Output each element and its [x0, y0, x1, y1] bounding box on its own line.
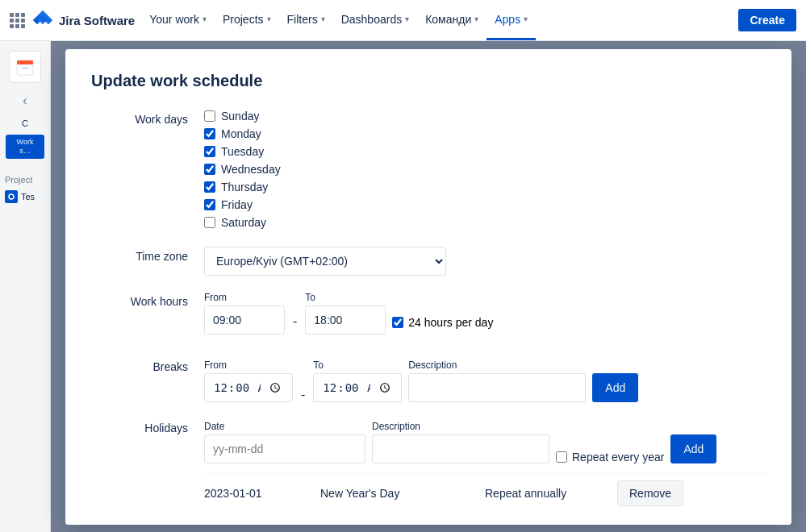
dialog-title: Update work schedule — [91, 72, 766, 90]
add-break-button[interactable]: Add — [592, 373, 638, 402]
topnav-logo[interactable]: Jira Software — [31, 9, 135, 31]
nav-apps[interactable]: Apps ▾ — [487, 0, 536, 40]
remove-holiday-button[interactable]: Remove — [617, 480, 683, 506]
main-panel: Update work schedule Work days Sunday Mo… — [51, 41, 806, 532]
holiday-entry-name: New Year's Day — [320, 487, 466, 500]
day-friday-row: Friday — [204, 198, 766, 211]
timezone-label: Time zone — [91, 247, 188, 263]
holiday-date-label: Date — [204, 421, 365, 432]
day-monday-checkbox[interactable] — [204, 128, 215, 139]
day-friday-checkbox[interactable] — [204, 199, 215, 210]
project-section-label: Project — [0, 172, 50, 188]
breaks-inputs: From - To Description — [204, 357, 766, 402]
day-thursday-label: Thursday — [221, 181, 268, 193]
timezone-content: Europe/Kyiv (GMT+02:00) — [204, 247, 766, 276]
day-wednesday-label: Wednesday — [221, 163, 281, 176]
day-thursday-checkbox[interactable] — [204, 181, 215, 193]
work-days-label: Work days — [91, 110, 188, 126]
back-button[interactable]: ‹ — [14, 89, 36, 112]
topnav-logo-text: Jira Software — [59, 14, 135, 27]
repeat-every-year-label: Repeat every year — [572, 451, 664, 463]
work-hours-label: Work hours — [91, 292, 188, 308]
holiday-desc-label: Description — [372, 421, 549, 432]
hours-per-day-label: 24 hours per day — [408, 316, 493, 329]
filters-chevron: ▾ — [321, 15, 325, 23]
holiday-entry-repeat: Repeat annually — [485, 487, 598, 500]
nav-teams[interactable]: Команди ▾ — [417, 0, 487, 40]
work-hours-from-input[interactable] — [204, 305, 285, 335]
hours-dash: - — [293, 298, 297, 329]
holiday-date-input[interactable] — [204, 434, 365, 463]
teams-chevron: ▾ — [474, 15, 478, 23]
project-icon — [5, 190, 18, 203]
break-to-input[interactable] — [313, 373, 402, 402]
project-name: Tes — [21, 192, 35, 202]
holiday-entry-date: 2023-01-01 — [204, 487, 301, 500]
work-days-row: Work days Sunday Monday Tuesday — [91, 110, 766, 231]
day-saturday-checkbox[interactable] — [204, 217, 215, 228]
work-hours-to-input[interactable] — [305, 305, 386, 335]
projects-chevron: ▾ — [267, 15, 271, 23]
to-label: To — [305, 292, 386, 303]
holiday-entry-0: 2023-01-01 New Year's Day Repeat annuall… — [204, 473, 766, 513]
holidays-label: Holidays — [91, 418, 188, 434]
day-thursday-row: Thursday — [204, 181, 766, 193]
svg-text:↔: ↔ — [22, 64, 28, 72]
work-hours-inputs: From - To 24 hours per day — [204, 292, 766, 335]
sidebar-calendar-icon[interactable]: ↔ — [9, 51, 41, 83]
break-desc-label: Description — [408, 360, 586, 371]
day-sunday-checkbox[interactable] — [204, 110, 215, 122]
timezone-select[interactable]: Europe/Kyiv (GMT+02:00) — [204, 247, 446, 276]
your-work-chevron: ▾ — [203, 15, 207, 23]
day-wednesday-row: Wednesday — [204, 163, 766, 176]
day-friday-label: Friday — [221, 198, 253, 211]
timezone-row: Time zone Europe/Kyiv (GMT+02:00) — [91, 247, 766, 276]
hours-per-day-checkbox[interactable] — [392, 317, 403, 328]
project-item[interactable]: Tes — [0, 188, 50, 206]
repeat-every-year-checkbox[interactable] — [556, 451, 567, 463]
work-hours-row: Work hours From - To — [91, 292, 766, 341]
nav-your-work[interactable]: Your work ▾ — [141, 0, 215, 40]
nav-filters[interactable]: Filters ▾ — [279, 0, 333, 40]
add-holiday-button[interactable]: Add — [670, 434, 716, 463]
holiday-inputs: Date Description Repeat every year — [204, 418, 766, 463]
breaks-row: Breaks From - To — [91, 357, 766, 402]
repeat-every-year-row: Repeat every year — [556, 434, 664, 463]
apps-grid-icon[interactable] — [10, 13, 25, 28]
work-schedule-button[interactable]: Work s… — [6, 135, 44, 159]
holidays-content: Date Description Repeat every year — [204, 418, 766, 513]
day-saturday-label: Saturday — [221, 216, 266, 229]
work-hours-content: From - To 24 hours per day — [204, 292, 766, 341]
dashboards-chevron: ▾ — [405, 15, 409, 23]
day-saturday-row: Saturday — [204, 216, 766, 229]
break-from-label: From — [204, 360, 293, 371]
topnav-menu: Your work ▾ Projects ▾ Filters ▾ Dashboa… — [141, 0, 536, 40]
topnav: Jira Software Your work ▾ Projects ▾ Fil… — [0, 0, 806, 41]
breaks-content: From - To Description — [204, 357, 766, 402]
nav-projects[interactable]: Projects ▾ — [215, 0, 279, 40]
break-description-input[interactable] — [408, 373, 586, 402]
break-from-input[interactable] — [204, 373, 293, 402]
day-tuesday-label: Tuesday — [221, 145, 264, 158]
dialog-overlay: Update work schedule Work days Sunday Mo… — [51, 41, 806, 532]
holidays-row: Holidays Date Description — [91, 418, 766, 513]
work-days-content: Sunday Monday Tuesday Wednesday — [204, 110, 766, 231]
day-tuesday-row: Tuesday — [204, 145, 766, 158]
day-wednesday-checkbox[interactable] — [204, 164, 215, 175]
day-sunday-label: Sunday — [221, 110, 259, 123]
day-monday-row: Monday — [204, 127, 766, 140]
project-letter: C — [19, 118, 31, 128]
hours-per-day-row: 24 hours per day — [392, 298, 493, 329]
holiday-description-input[interactable] — [372, 434, 549, 463]
day-monday-label: Monday — [221, 127, 261, 140]
day-tuesday-checkbox[interactable] — [204, 146, 215, 157]
update-work-schedule-dialog: Update work schedule Work days Sunday Mo… — [65, 49, 791, 525]
break-to-label: To — [313, 360, 402, 371]
breaks-label: Breaks — [91, 357, 188, 373]
apps-chevron: ▾ — [524, 15, 528, 23]
svg-rect-3 — [6, 192, 16, 202]
sidebar: ↔ ‹ C Work s… Project Tes — [0, 41, 51, 532]
nav-dashboards[interactable]: Dashboards ▾ — [333, 0, 418, 40]
day-sunday-row: Sunday — [204, 110, 766, 123]
create-button[interactable]: Create — [738, 9, 796, 31]
